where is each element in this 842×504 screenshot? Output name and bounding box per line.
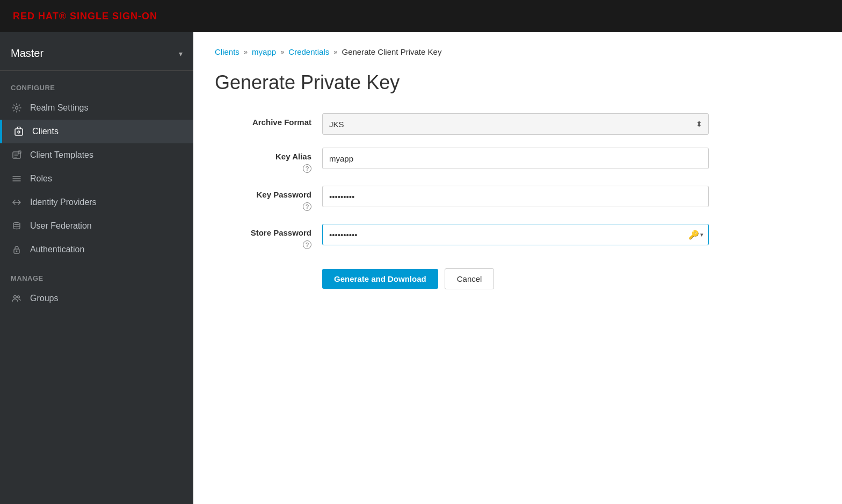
sidebar-item-realm-settings-label: Realm Settings (30, 103, 89, 113)
sidebar-item-user-federation-label: User Federation (30, 221, 92, 231)
realm-settings-icon (11, 103, 23, 113)
manage-section-label: Manage (0, 270, 193, 287)
breadcrumb-current: Generate Client Private Key (342, 47, 441, 56)
store-password-wrapper: 🔑 ▾ (322, 224, 709, 245)
svg-rect-1 (15, 129, 23, 135)
svg-point-0 (16, 107, 18, 109)
form-buttons-row: Generate and Download Cancel (215, 262, 709, 289)
sidebar-item-identity-providers[interactable]: Identity Providers (0, 191, 193, 214)
store-password-label: Store Password (251, 228, 311, 237)
store-password-dropdown-arrow-icon: ▾ (700, 231, 703, 238)
archive-format-row: Archive Format JKS PKCS12 ⬍ (215, 113, 709, 135)
archive-format-select-wrapper: JKS PKCS12 ⬍ (322, 113, 709, 135)
app-title: RED HAT® SINGLE SIGN-ON (13, 11, 157, 22)
key-alias-label: Key Alias (275, 152, 311, 161)
key-password-help-icon[interactable]: ? (303, 202, 311, 211)
breadcrumb-myapp-link[interactable]: myapp (252, 47, 276, 56)
main-layout: Master ▾ Configure Realm Settings (0, 32, 842, 504)
key-alias-input-col (322, 148, 709, 169)
user-federation-icon (11, 221, 23, 231)
authentication-icon (11, 245, 23, 254)
store-password-row: Store Password ? 🔑 ▾ (215, 224, 709, 249)
sidebar-item-groups-label: Groups (30, 294, 58, 303)
sidebar-item-client-templates-label: Client Templates (30, 150, 93, 160)
store-password-input[interactable] (322, 224, 709, 245)
sidebar-item-realm-settings[interactable]: Realm Settings (0, 96, 193, 120)
breadcrumb-sep-1: » (244, 48, 248, 56)
breadcrumb-clients-link[interactable]: Clients (215, 47, 239, 56)
key-alias-label-col: Key Alias ? (215, 148, 322, 173)
store-password-icon-button[interactable]: 🔑 ▾ (688, 230, 703, 240)
svg-point-2 (18, 131, 20, 133)
breadcrumb-sep-2: » (280, 48, 284, 56)
svg-point-5 (13, 223, 20, 225)
groups-icon (11, 294, 23, 303)
top-header: RED HAT® SINGLE SIGN-ON (0, 0, 842, 32)
cancel-button[interactable]: Cancel (445, 268, 495, 289)
identity-providers-icon (11, 198, 23, 207)
archive-format-label: Archive Format (252, 118, 311, 127)
app-title-red: RED HAT (13, 11, 59, 21)
archive-format-label-col: Archive Format (215, 113, 322, 127)
sidebar-item-clients-label: Clients (32, 127, 59, 136)
page-title: Generate Private Key (215, 71, 821, 94)
generate-key-form: Archive Format JKS PKCS12 ⬍ Key Alias (215, 113, 709, 289)
store-password-help-icon[interactable]: ? (303, 240, 311, 249)
realm-selector[interactable]: Master ▾ (0, 41, 193, 71)
key-icon: 🔑 (688, 230, 699, 240)
key-password-input[interactable] (322, 186, 709, 207)
sidebar: Master ▾ Configure Realm Settings (0, 32, 193, 504)
buttons-label-spacer (215, 262, 322, 266)
svg-point-8 (14, 296, 17, 298)
key-password-input-col (322, 186, 709, 207)
archive-format-input-col: JKS PKCS12 ⬍ (322, 113, 709, 135)
svg-point-9 (18, 296, 20, 298)
breadcrumb-credentials-link[interactable]: Credentials (288, 47, 329, 56)
sidebar-item-roles[interactable]: Roles (0, 167, 193, 191)
clients-icon (13, 127, 25, 136)
breadcrumb: Clients » myapp » Credentials » Generate… (215, 47, 821, 56)
sidebar-item-user-federation[interactable]: User Federation (0, 214, 193, 238)
sidebar-item-client-templates[interactable]: Client Templates (0, 143, 193, 167)
realm-name: Master (11, 47, 43, 60)
archive-format-select[interactable]: JKS PKCS12 (322, 113, 709, 135)
key-password-label: Key Password (256, 190, 311, 199)
store-password-label-col: Store Password ? (215, 224, 322, 249)
sidebar-item-clients[interactable]: Clients (0, 120, 193, 143)
breadcrumb-sep-3: » (333, 48, 337, 56)
sidebar-item-authentication[interactable]: Authentication (0, 238, 193, 261)
roles-icon (11, 174, 23, 184)
buttons-col: Generate and Download Cancel (322, 262, 709, 289)
key-alias-row: Key Alias ? (215, 148, 709, 173)
key-password-row: Key Password ? (215, 186, 709, 211)
button-row: Generate and Download Cancel (322, 268, 709, 289)
key-password-label-col: Key Password ? (215, 186, 322, 211)
realm-chevron-icon: ▾ (179, 49, 183, 58)
svg-point-7 (16, 251, 18, 252)
sidebar-item-roles-label: Roles (30, 174, 52, 184)
configure-section-label: Configure (0, 79, 193, 96)
content-area: Clients » myapp » Credentials » Generate… (193, 32, 842, 504)
client-templates-icon (11, 150, 23, 160)
key-alias-input[interactable] (322, 148, 709, 169)
store-password-input-col: 🔑 ▾ (322, 224, 709, 245)
key-alias-help-icon[interactable]: ? (303, 164, 311, 173)
generate-download-button[interactable]: Generate and Download (322, 269, 438, 289)
app-title-rest: ® SINGLE SIGN-ON (59, 11, 157, 21)
sidebar-item-authentication-label: Authentication (30, 245, 84, 254)
sidebar-item-groups[interactable]: Groups (0, 287, 193, 310)
sidebar-item-identity-providers-label: Identity Providers (30, 198, 97, 207)
